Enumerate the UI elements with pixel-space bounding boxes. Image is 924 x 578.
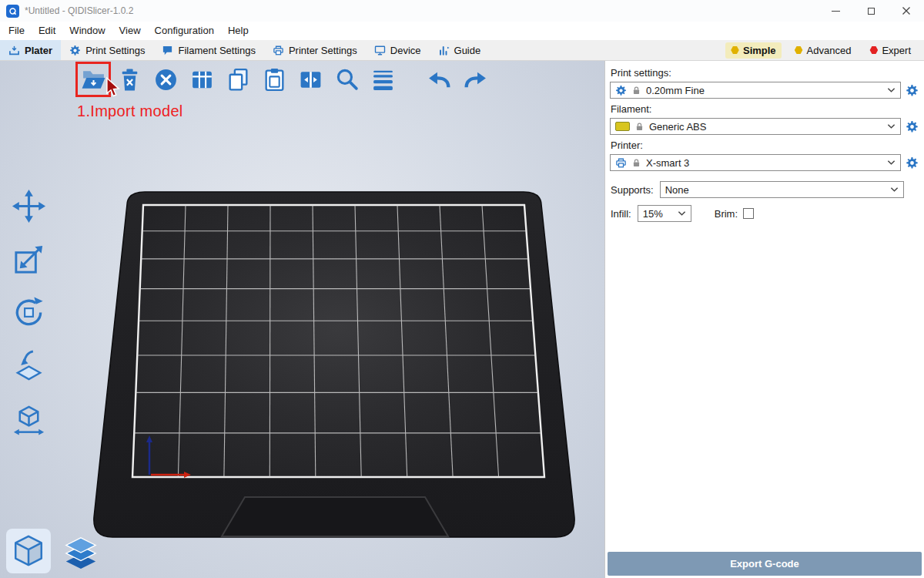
- menu-edit[interactable]: Edit: [32, 22, 62, 40]
- tab-filament-settings[interactable]: Filament Settings: [153, 40, 263, 60]
- menu-configuration[interactable]: Configuration: [148, 22, 221, 40]
- undo-arrow-icon: [427, 67, 452, 92]
- gear-icon: [906, 156, 919, 170]
- chevron-down-icon: [887, 87, 896, 93]
- mode-switcher: Simple Advanced Expert: [725, 40, 924, 60]
- infill-combo[interactable]: 15%: [638, 205, 691, 222]
- tab-printer-settings[interactable]: Printer Settings: [264, 40, 366, 60]
- mode-advanced[interactable]: Advanced: [789, 42, 857, 59]
- import-annotation: 1.Import model: [77, 102, 183, 120]
- split-objects-button[interactable]: [296, 65, 325, 94]
- advanced-mode-icon: [795, 46, 803, 55]
- chevron-down-icon: [887, 123, 896, 129]
- print-settings-edit-button[interactable]: [904, 82, 919, 99]
- cursor-icon: [105, 77, 120, 99]
- mode-simple[interactable]: Simple: [725, 42, 782, 59]
- tab-device[interactable]: Device: [366, 40, 430, 60]
- scale-tool[interactable]: [9, 240, 48, 278]
- rotate-icon: [11, 294, 47, 331]
- supports-label: Supports:: [611, 184, 654, 196]
- filament-combo[interactable]: Generic ABS: [610, 118, 901, 135]
- editor-view-button[interactable]: [6, 529, 51, 573]
- gear-icon: [906, 120, 919, 133]
- rotate-tool[interactable]: [9, 293, 48, 331]
- menu-help[interactable]: Help: [221, 22, 256, 40]
- printer-combo[interactable]: X-smart 3: [610, 154, 901, 171]
- print-settings-combo[interactable]: 0.20mm Fine: [610, 82, 901, 99]
- gizmo-toolbar: [9, 187, 48, 438]
- tab-plater[interactable]: Plater: [0, 40, 61, 60]
- redo-button[interactable]: [460, 65, 490, 94]
- printer-edit-button[interactable]: [904, 154, 919, 171]
- print-bed: [0, 61, 604, 578]
- title-bar: *Untitled - QIDISlicer-1.0.2: [0, 0, 924, 22]
- import-button[interactable]: [79, 65, 108, 94]
- x-circle-icon: [153, 67, 179, 92]
- window-title: *Untitled - QIDISlicer-1.0.2: [25, 5, 133, 16]
- arrange-grid-icon: [189, 67, 215, 92]
- tab-filament-settings-label: Filament Settings: [178, 45, 255, 56]
- view-switch: [6, 529, 102, 573]
- brim-checkbox[interactable]: [743, 208, 754, 219]
- mode-expert[interactable]: Expert: [864, 42, 916, 59]
- menu-window[interactable]: Window: [62, 22, 112, 40]
- close-button[interactable]: [889, 0, 924, 22]
- filament-value: Generic ABS: [649, 121, 882, 133]
- move-tool[interactable]: [9, 187, 48, 225]
- gear-icon: [69, 45, 81, 56]
- move-arrows-icon: [11, 188, 47, 224]
- tab-printer-settings-label: Printer Settings: [289, 45, 357, 56]
- main-toolbar: [79, 65, 490, 94]
- infill-value: 15%: [643, 208, 673, 220]
- cube-3d-icon: [11, 533, 46, 569]
- bed-surface: [132, 205, 544, 477]
- place-on-face-tool[interactable]: [9, 346, 48, 385]
- chevron-down-icon: [887, 160, 896, 166]
- preview-view-button[interactable]: [60, 532, 102, 573]
- settings-panel: Print settings: 0.20mm Fine Filament: Ge…: [604, 61, 924, 578]
- search-button[interactable]: [332, 65, 361, 94]
- supports-combo[interactable]: None: [660, 181, 904, 198]
- arrange-button[interactable]: [187, 65, 216, 94]
- measure-icon: [11, 401, 47, 437]
- guide-icon: [438, 45, 450, 56]
- simple-mode-icon: [731, 46, 739, 55]
- tab-print-settings-label: Print Settings: [85, 45, 145, 56]
- split-icon: [298, 67, 323, 92]
- lock-icon: [631, 158, 641, 168]
- tab-plater-label: Plater: [25, 45, 52, 56]
- layers-stack-icon: [63, 535, 99, 570]
- paste-icon: [262, 67, 287, 92]
- copy-button[interactable]: [223, 65, 253, 94]
- maximize-button[interactable]: [853, 0, 889, 22]
- menu-bar: File Edit Window View Configuration Help: [0, 22, 924, 40]
- menu-view[interactable]: View: [112, 22, 148, 40]
- maximize-icon: [868, 8, 875, 15]
- brim-label: Brim:: [715, 208, 738, 220]
- printer-icon: [273, 45, 284, 56]
- filament-icon: [162, 45, 173, 56]
- delete-all-button[interactable]: [151, 65, 180, 94]
- filament-label: Filament:: [611, 103, 919, 115]
- tab-print-settings[interactable]: Print Settings: [61, 40, 153, 60]
- qidislicer-window: *Untitled - QIDISlicer-1.0.2 File Edit W…: [0, 0, 924, 578]
- undo-button[interactable]: [424, 65, 454, 94]
- printer-label: Printer:: [611, 139, 919, 151]
- menu-file[interactable]: File: [2, 22, 32, 40]
- filament-edit-button[interactable]: [904, 118, 919, 135]
- copy-icon: [226, 67, 251, 92]
- viewport-3d[interactable]: [0, 61, 604, 578]
- layer-lines-icon: [370, 67, 396, 92]
- bed-handle: [222, 497, 448, 536]
- measure-tool[interactable]: [9, 399, 48, 438]
- tab-guide[interactable]: Guide: [430, 40, 490, 60]
- print-settings-label: Print settings:: [611, 67, 919, 79]
- tab-device-label: Device: [390, 45, 421, 56]
- printer-icon: [615, 157, 627, 169]
- export-gcode-button[interactable]: Export G-code: [608, 552, 922, 576]
- paste-button[interactable]: [259, 65, 289, 94]
- variable-layer-height-button[interactable]: [368, 65, 397, 94]
- place-on-face-icon: [11, 348, 47, 384]
- minimize-button[interactable]: [818, 0, 853, 22]
- bed-tray: [94, 192, 574, 537]
